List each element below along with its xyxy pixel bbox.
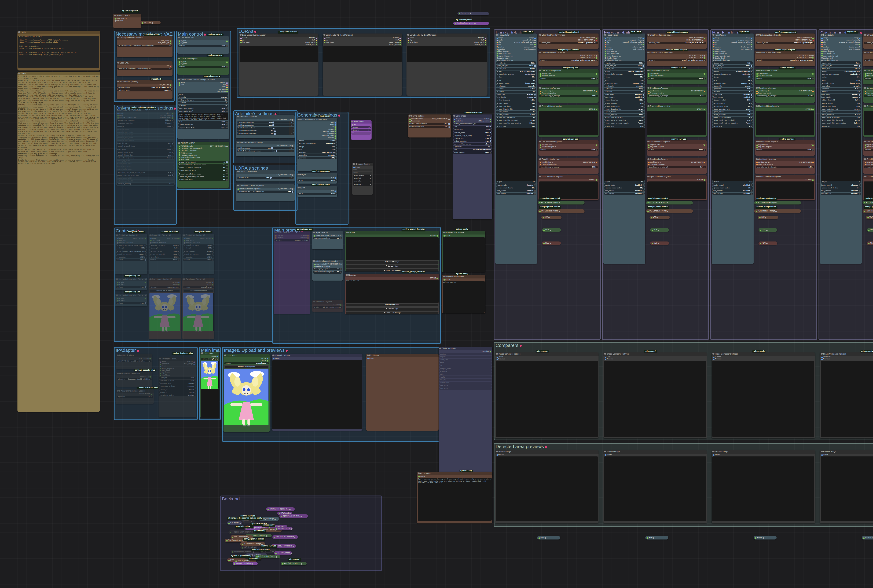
combo-widget[interactable]: ◀condition▶ bbox=[353, 180, 372, 183]
node-facedetailer-2[interactable]: FaceDetailerimageimagemodelcropped_refin… bbox=[603, 33, 645, 264]
node-header[interactable]: Use additonal negative bbox=[647, 140, 707, 143]
combo-widget[interactable]: ◀noise_mask_feather20▶ bbox=[820, 186, 861, 189]
node-lora-loader-loramanager-[interactable]: Lora Loader (LoraManager)modelMODELclipC… bbox=[239, 33, 319, 96]
toggle-widget[interactable]: noise_maskenabled bbox=[712, 93, 753, 96]
node-saving-settings[interactable]: Saving settingsCivitai MetadataOPT_CONNE… bbox=[408, 114, 451, 138]
toggle-widget[interactable]: Enable Onlymasked inpaint modeno bbox=[178, 176, 228, 178]
node-pc-schedule-prompt[interactable]: PC: Schedule Prompt bbox=[538, 201, 585, 205]
node-pos-collapsed[interactable]: POS bbox=[867, 228, 873, 232]
toggle-widget[interactable]: tiled_encodedisabled bbox=[496, 189, 536, 192]
node-header[interactable]: ControlNet Stacker #2 bbox=[149, 234, 181, 237]
combo-widget[interactable]: ◀conditioning_to_strength0.50▶ bbox=[756, 166, 814, 168]
node-header[interactable]: Final image bbox=[366, 354, 439, 357]
node-header[interactable]: UltralyticsDetectorProvider bbox=[755, 51, 815, 54]
node-header[interactable]: Own image Stacker #2 bbox=[149, 278, 181, 281]
toggle-widget[interactable]: save_workflow_as_jsonfalse bbox=[453, 143, 492, 146]
text-widget[interactable]: time_...%Y-%m-%d-%H%M%S bbox=[453, 148, 492, 151]
combo-widget[interactable]: ◀max_size1216▶ bbox=[712, 68, 753, 70]
combo-widget[interactable]: ◀guide_size512▶ bbox=[496, 62, 536, 64]
node-pos-collapsed[interactable]: POS bbox=[650, 228, 669, 232]
node-header[interactable]: Hands additional negative bbox=[755, 175, 815, 178]
combo-widget[interactable]: ◀multiple_of▶ bbox=[353, 183, 372, 186]
combo-widget[interactable]: ◀cycle1▶ bbox=[496, 181, 536, 183]
combo-widget[interactable]: ◀sam_bbox_expansion0▶ bbox=[820, 116, 861, 119]
text-area[interactable] bbox=[712, 456, 814, 521]
combo-widget[interactable]: ◀control after generaterandomize▶ bbox=[820, 73, 861, 76]
combo-widget[interactable]: ◀mode▶ bbox=[351, 126, 371, 129]
text-area[interactable]: defined muscles bbox=[346, 280, 439, 303]
combo-widget[interactable]: ◀seed474225774080269▶ bbox=[712, 70, 753, 73]
node-header[interactable]: KSampler's image bbox=[272, 354, 362, 357]
node-adetailer-additional-settings[interactable]: Adetailer additional settingsOPT_CONNECT… bbox=[236, 141, 295, 156]
node-neg-collapsed[interactable]: NEG bbox=[867, 242, 873, 245]
node-button[interactable]: ↻ Format Prompt bbox=[346, 303, 439, 307]
text-area[interactable] bbox=[712, 361, 814, 437]
combo-widget[interactable]: ◀cycle1▶ bbox=[820, 181, 861, 183]
node-global-lora-switch[interactable]: Global LORA switchOPT_CONNECTIONEnable L… bbox=[236, 170, 295, 182]
combo-widget[interactable]: ◀bbox_dilation10▶ bbox=[604, 102, 645, 105]
node-header[interactable]: Saving settings bbox=[408, 114, 451, 118]
node-pc-schedule-prompt[interactable]: PC: Schedule Prompt bbox=[646, 209, 693, 213]
toggle-widget[interactable]: booleanfalse bbox=[539, 148, 598, 151]
toggle-widget[interactable]: Enable Face adetaileryes→ bbox=[237, 121, 294, 124]
toggle-widget[interactable]: Quality Boost (Beta)false bbox=[178, 123, 228, 126]
node-neg-collapsed[interactable]: NEG bbox=[650, 242, 669, 245]
combo-widget[interactable]: ◀sam_dilation0▶ bbox=[712, 111, 753, 113]
node-addtitional-negative[interactable]: addtitional negativeSTRING◀value3d, cgi,… bbox=[312, 300, 343, 312]
toggle-widget[interactable]: guide_size_forbbox bbox=[820, 64, 861, 67]
toggle-widget[interactable]: inpaint_modeldisabled bbox=[496, 184, 536, 186]
toggle-widget[interactable]: noise_maskenabled bbox=[496, 93, 536, 96]
combo-widget[interactable]: ◀conditioning_to_strength0.50▶ bbox=[864, 95, 873, 98]
combo-widget[interactable]: ◀denoise0.35▶ bbox=[496, 88, 536, 90]
toggle-widget[interactable]: Invert Source (Neg)false bbox=[178, 108, 228, 110]
combo-widget[interactable]: ◀sampler_namedpmpp_2m▶ bbox=[820, 82, 861, 84]
node-ultralytics-segm-3[interactable]: UltralyticsDetectorProviderBBOX_DETECTOR… bbox=[755, 51, 815, 66]
node-header[interactable]: addtitional negative bbox=[312, 300, 343, 303]
node-header[interactable]: ConditioningAverage bbox=[863, 158, 873, 161]
node-width[interactable]: Widthsize◀size832▶ bbox=[297, 186, 337, 197]
toggle-widget[interactable]: force_inpaintenabled bbox=[604, 96, 645, 99]
toggle-widget[interactable]: mask_fill_holestrue bbox=[117, 142, 174, 145]
node-header[interactable]: Own image Stacker #3 bbox=[182, 278, 215, 281]
combo-widget[interactable]: ◀drop_size10▶ bbox=[820, 125, 861, 128]
node-pc-schedule-prompt[interactable]: PC: Schedule Prompt bbox=[646, 201, 693, 205]
combo-widget[interactable]: ◀model_namesam_vit_b_01ec64.pth▶ bbox=[117, 86, 172, 89]
text-area[interactable] bbox=[443, 237, 485, 272]
node-header[interactable]: FaceDetailer bbox=[712, 33, 754, 37]
combo-widget[interactable]: ◀conditioning_to_strength0.50▶ bbox=[539, 95, 598, 98]
combo-widget[interactable]: ◀upscale_algorithmbicubic▶ bbox=[117, 122, 174, 125]
node-ultralytics-segm-4[interactable]: UltralyticsDetectorProviderBBOX_DETECTOR… bbox=[863, 51, 873, 66]
node-button[interactable]: ✎ Convert Tags bbox=[346, 265, 439, 268]
combo-widget[interactable]: ◀cycle1▶ bbox=[712, 181, 753, 183]
node-header[interactable]: Preview Image bbox=[712, 450, 815, 453]
node-header[interactable]: PONY's checkpoint bbox=[177, 57, 229, 60]
combo-widget[interactable]: ◀drop_size10▶ bbox=[604, 125, 645, 128]
toggle-widget[interactable]: booleantrue bbox=[116, 302, 147, 304]
combo-widget[interactable]: ◀sam_bbox_expansion0▶ bbox=[712, 116, 753, 119]
node-header[interactable]: Checkpoint Name Selector bbox=[117, 36, 173, 39]
combo-widget[interactable]: ◀sam_mask_hint_threshold0.75▶ bbox=[820, 119, 861, 122]
text-area[interactable] bbox=[539, 111, 598, 135]
combo-widget[interactable]: ◀schedulernormal▶ bbox=[712, 85, 753, 87]
node-header[interactable]: CHOICE MODE bbox=[177, 142, 229, 145]
combo-widget[interactable]: ◀drop_size10▶ bbox=[496, 125, 536, 128]
combo-widget[interactable]: ◀conditioning_to_strength0.50▶ bbox=[648, 95, 706, 98]
toggle-widget[interactable]: Enable TXT2IMG modeyes bbox=[178, 161, 228, 164]
node-header[interactable]: ControlNet Stacker #1 bbox=[115, 234, 147, 237]
combo-widget[interactable]: ◀quality_jpeg_or_webp100▶ bbox=[453, 134, 492, 137]
toggle-widget[interactable]: Enable LORAsyes→ bbox=[237, 176, 294, 179]
node-styler-selector[interactable]: Styler SelectorStyles SelectorOPT_CONNEC… bbox=[312, 231, 343, 249]
node-header[interactable]: Preview Image bbox=[495, 450, 598, 453]
text-area[interactable] bbox=[604, 456, 706, 521]
node-model-loader-some-settings-for-pony[interactable]: Model loader & some settings for PONYpre… bbox=[177, 78, 229, 139]
toggle-widget[interactable]: inpaint_modeldisabled bbox=[604, 184, 645, 186]
go-arrow-icon[interactable]: → bbox=[289, 147, 293, 150]
node-header[interactable]: Model loader & some settings for PONY bbox=[177, 78, 229, 81]
node-ultralytics-bbox-1[interactable]: UltralyticsDetectorProviderBBOX_DETECTOR… bbox=[538, 33, 598, 49]
node-set-model[interactable]: Set_model bbox=[457, 12, 489, 15]
toggle-widget[interactable]: guide_size_forbbox bbox=[496, 64, 536, 67]
node-facedetailer-3[interactable]: FaceDetailerimageimagemodelcropped_refin… bbox=[712, 33, 754, 264]
node-header[interactable]: Use additonal negative bbox=[863, 140, 873, 143]
node-header[interactable]: UltralyticsDetectorProvider bbox=[538, 33, 598, 37]
toggle-widget[interactable]: optimize_pngtrue bbox=[453, 137, 492, 140]
